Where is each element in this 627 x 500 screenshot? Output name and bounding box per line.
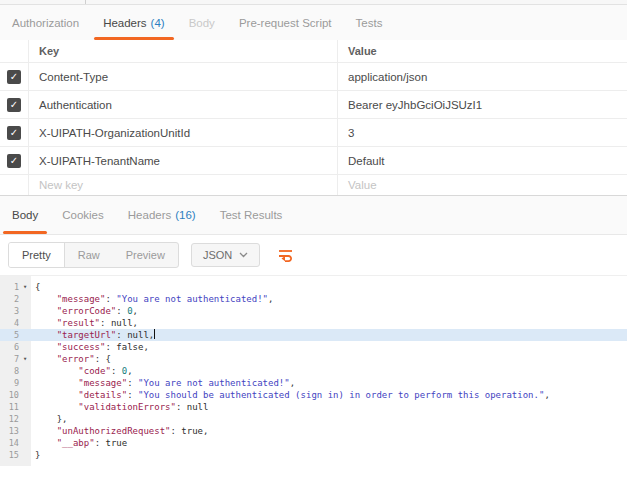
fold-spacer bbox=[19, 437, 31, 449]
code-token bbox=[35, 414, 57, 424]
code-token bbox=[35, 378, 78, 388]
code-token: "unAuthorizedRequest" bbox=[57, 426, 171, 436]
text-cursor bbox=[154, 329, 155, 339]
row-checkbox[interactable]: ✓ bbox=[7, 126, 21, 140]
code-text: "message": "You are not authenticated!", bbox=[31, 293, 273, 305]
code-token: null bbox=[187, 402, 209, 412]
code-token bbox=[35, 366, 78, 376]
tab-body[interactable]: Body bbox=[177, 5, 227, 40]
code-line[interactable]: 10 "details": "You should be authenticat… bbox=[0, 389, 627, 401]
code-line[interactable]: 11 "validationErrors": null bbox=[0, 401, 627, 413]
code-line[interactable]: 15} bbox=[0, 449, 627, 461]
header-value-cell[interactable]: Bearer eyJhbGciOiJSUzI1 bbox=[338, 91, 627, 118]
tab-label: Headers bbox=[128, 209, 171, 221]
chevron-down-icon bbox=[239, 252, 248, 258]
pretty-button[interactable]: Pretty bbox=[9, 243, 65, 267]
fold-toggle-icon[interactable]: ▾ bbox=[19, 281, 31, 293]
code-token bbox=[35, 306, 57, 316]
code-line[interactable]: 1▾{ bbox=[0, 281, 627, 293]
line-number: 14 bbox=[0, 437, 19, 449]
header-value-cell[interactable]: application/json bbox=[338, 63, 627, 90]
code-line[interactable]: 2 "message": "You are not authenticated!… bbox=[0, 293, 627, 305]
fold-toggle-icon[interactable]: ▾ bbox=[19, 353, 31, 365]
code-text: "code": 0, bbox=[31, 365, 133, 377]
tab-label: Cookies bbox=[62, 209, 104, 221]
code-token bbox=[35, 402, 78, 412]
header-key-cell[interactable]: X-UIPATH-OrganizationUnitId bbox=[29, 119, 338, 146]
code-token: "code" bbox=[78, 366, 111, 376]
code-line[interactable]: 7▾ "error": { bbox=[0, 353, 627, 365]
row-checkbox[interactable]: ✓ bbox=[7, 154, 21, 168]
fold-spacer bbox=[19, 317, 31, 329]
code-token: , bbox=[544, 390, 549, 400]
code-token: true bbox=[105, 438, 127, 448]
key-column-header: Key bbox=[29, 40, 338, 62]
new-value-input[interactable]: Value bbox=[338, 175, 627, 195]
tab-authorization[interactable]: Authorization bbox=[0, 5, 91, 40]
code-line[interactable]: 14 "__abp": true bbox=[0, 437, 627, 449]
tab-cookies[interactable]: Cookies bbox=[50, 196, 116, 234]
new-header-row: New key Value bbox=[0, 175, 627, 195]
row-checkbox-cell: ✓ bbox=[0, 63, 29, 90]
code-token: , bbox=[143, 342, 148, 352]
code-line-active[interactable]: 5 "targetUrl": null, bbox=[0, 329, 627, 341]
header-value-cell[interactable]: Default bbox=[338, 147, 627, 174]
code-token: : bbox=[127, 378, 138, 388]
fold-spacer bbox=[19, 449, 31, 461]
table-row: ✓X-UIPATH-OrganizationUnitId3 bbox=[0, 119, 627, 147]
code-token bbox=[35, 354, 57, 364]
code-token: : bbox=[170, 426, 181, 436]
code-token bbox=[35, 390, 78, 400]
tab-tests[interactable]: Tests bbox=[344, 5, 395, 40]
tab-headers[interactable]: Headers(4) bbox=[91, 5, 177, 40]
code-token: "details" bbox=[78, 390, 127, 400]
code-token: : bbox=[95, 438, 106, 448]
tab-test-results[interactable]: Test Results bbox=[208, 196, 295, 234]
code-line[interactable]: 4 "result": null, bbox=[0, 317, 627, 329]
line-number: 2 bbox=[0, 293, 19, 305]
code-text: "message": "You are not authenticated!", bbox=[31, 377, 295, 389]
code-text: "error": { bbox=[31, 353, 111, 365]
select-column-header bbox=[0, 40, 29, 62]
fold-spacer bbox=[19, 413, 31, 425]
code-line[interactable]: 9 "message": "You are not authenticated!… bbox=[0, 377, 627, 389]
code-token: : { bbox=[95, 354, 111, 364]
line-number: 9 bbox=[0, 377, 19, 389]
code-text: } bbox=[31, 449, 40, 461]
code-token: false bbox=[116, 342, 143, 352]
response-body-editor[interactable]: 1▾{2 "message": "You are not authenticat… bbox=[0, 276, 627, 500]
raw-button[interactable]: Raw bbox=[65, 243, 113, 267]
line-number: 3 bbox=[0, 305, 19, 317]
line-number: 7 bbox=[0, 353, 19, 365]
code-line[interactable]: 3 "errorCode": 0, bbox=[0, 305, 627, 317]
tab-pre-request-script[interactable]: Pre-request Script bbox=[227, 5, 344, 40]
fold-spacer bbox=[19, 365, 31, 377]
code-token: , bbox=[290, 378, 295, 388]
line-number: 10 bbox=[0, 389, 19, 401]
code-line[interactable]: 13 "unAuthorizedRequest": true, bbox=[0, 425, 627, 437]
row-checkbox[interactable]: ✓ bbox=[7, 70, 21, 84]
header-value-cell[interactable]: 3 bbox=[338, 119, 627, 146]
line-number: 1 bbox=[0, 281, 19, 293]
wrap-text-button[interactable] bbox=[272, 243, 298, 267]
code-token: "message" bbox=[78, 378, 127, 388]
header-key-cell[interactable]: X-UIPATH-TenantName bbox=[29, 147, 338, 174]
code-line[interactable]: 6 "success": false, bbox=[0, 341, 627, 353]
line-number: 8 bbox=[0, 365, 19, 377]
code-token: "error" bbox=[57, 354, 95, 364]
language-select[interactable]: JSON bbox=[191, 243, 260, 267]
new-key-input[interactable]: New key bbox=[29, 175, 338, 195]
tab-response-body[interactable]: Body bbox=[0, 196, 50, 234]
code-text: "details": "You should be authenticated … bbox=[31, 389, 550, 401]
header-key-cell[interactable]: Authentication bbox=[29, 91, 338, 118]
row-checkbox[interactable]: ✓ bbox=[7, 98, 21, 112]
tab-label: Tests bbox=[356, 17, 383, 29]
code-line[interactable]: 12 }, bbox=[0, 413, 627, 425]
code-token: "errorCode" bbox=[57, 306, 117, 316]
header-key-cell[interactable]: Content-Type bbox=[29, 63, 338, 90]
preview-button[interactable]: Preview bbox=[113, 243, 178, 267]
code-token: : bbox=[105, 342, 116, 352]
tab-response-headers[interactable]: Headers(16) bbox=[116, 196, 208, 234]
headers-table: Key Value ✓Content-Typeapplication/json✓… bbox=[0, 40, 627, 196]
code-line[interactable]: 8 "code": 0, bbox=[0, 365, 627, 377]
